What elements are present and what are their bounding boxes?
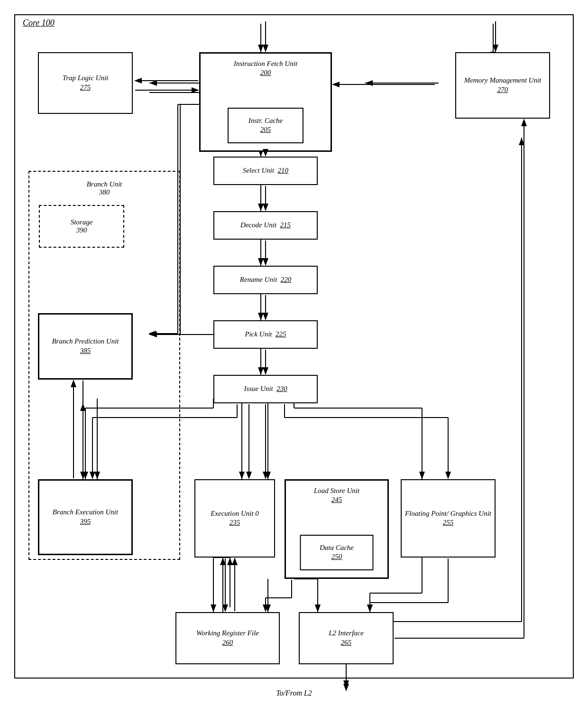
core-ref: 100 [42, 18, 55, 28]
l2-interface: L2 Interface 265 [299, 612, 394, 664]
branch-unit-ref: 380 [99, 188, 110, 196]
load-store-unit: Load Store Unit 245 Data Cache 250 [285, 479, 389, 579]
rename-unit: Rename Unit 220 [213, 266, 318, 294]
core-label: Core 100 [23, 18, 55, 28]
select-unit: Select Unit 210 [213, 157, 318, 185]
pick-unit: Pick Unit 225 [213, 320, 318, 349]
to-from-l2-label: To/From L2 [276, 689, 312, 697]
instruction-fetch-unit: Instruction Fetch Unit 200 Instr. Cache … [199, 52, 332, 152]
storage-label: Storage [71, 218, 93, 226]
execution-unit-0: Execution Unit 0 235 [194, 479, 275, 558]
storage-ref: 390 [71, 226, 93, 234]
instr-cache: Instr. Cache 205 [228, 108, 303, 143]
memory-management-unit: Memory Management Unit 270 [455, 52, 550, 119]
data-cache: Data Cache 250 [300, 535, 374, 570]
floating-point-unit: Floating Point/ Graphics Unit 255 [401, 479, 496, 558]
decode-unit: Decode Unit 215 [213, 211, 318, 240]
branch-unit-label: Branch Unit [87, 180, 122, 188]
branch-prediction-unit: Branch Prediction Unit 385 [38, 313, 133, 380]
trap-logic-unit: Trap Logic Unit 275 [38, 52, 133, 114]
issue-unit: Issue Unit 230 [213, 375, 318, 403]
branch-execution-unit: Branch Execution Unit 395 [38, 479, 133, 555]
storage-dashed: Storage 390 [39, 205, 124, 248]
working-register-file: Working Register File 260 [175, 612, 280, 664]
